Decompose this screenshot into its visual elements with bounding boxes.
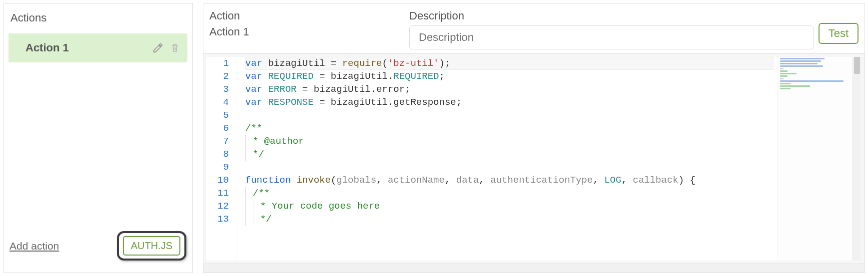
code-editor-wrap: 12345678910111213 var bizagiUtil = requi… <box>203 53 865 264</box>
edit-icon[interactable] <box>152 42 163 53</box>
delete-icon[interactable] <box>169 42 180 53</box>
description-input[interactable] <box>409 25 814 49</box>
action-list: Action 1 <box>3 29 192 224</box>
actions-sidebar: Actions Action 1 <box>3 3 193 273</box>
editor-pane: Action Action 1 Description Test 1234567… <box>203 3 865 273</box>
editor-header: Action Action 1 Description Test <box>203 3 865 53</box>
action-item[interactable]: Action 1 <box>8 33 187 62</box>
description-label: Description <box>409 9 814 22</box>
scrollbar-thumb[interactable] <box>854 57 860 74</box>
test-button[interactable]: Test <box>819 23 859 44</box>
line-number-gutter: 12345678910111213 <box>206 57 236 261</box>
code-minimap[interactable] <box>778 57 853 261</box>
action-name: Action 1 <box>209 25 404 38</box>
authjs-button[interactable]: AUTH.JS <box>123 236 180 256</box>
sidebar-heading: Actions <box>3 3 192 29</box>
editor-bottom-strip <box>203 264 865 273</box>
action-item-label: Action 1 <box>15 41 69 54</box>
sidebar-footer: Add action AUTH.JS <box>3 224 192 273</box>
code-content[interactable]: var bizagiUtil = require('bz-util');var … <box>236 57 778 261</box>
code-editor[interactable]: 12345678910111213 var bizagiUtil = requi… <box>206 57 861 261</box>
vertical-scrollbar[interactable] <box>853 57 861 261</box>
action-label: Action <box>209 9 404 22</box>
authjs-callout: AUTH.JS <box>117 231 186 261</box>
add-action-link[interactable]: Add action <box>9 240 59 252</box>
